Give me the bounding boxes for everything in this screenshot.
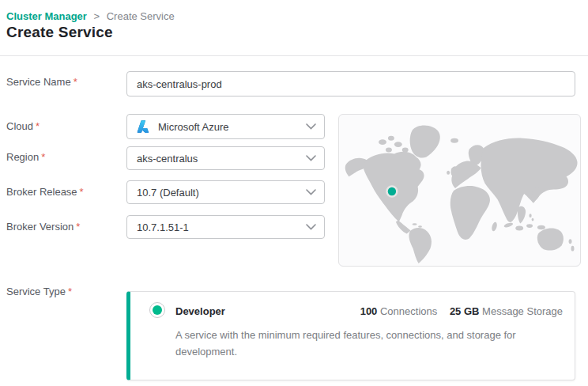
chevron-down-icon bbox=[306, 155, 316, 161]
required-asterisk: * bbox=[68, 286, 72, 297]
region-select-value: aks-centralus bbox=[137, 153, 198, 165]
service-type-name: Developer bbox=[175, 305, 225, 317]
page-title: Create Service bbox=[6, 24, 113, 41]
service-type-description: A service with the minimum required feat… bbox=[175, 327, 556, 360]
region-select[interactable]: aks-centralus bbox=[126, 146, 325, 170]
world-map bbox=[339, 115, 580, 266]
required-asterisk: * bbox=[41, 151, 45, 163]
header-divider bbox=[0, 55, 588, 56]
breadcrumb-link-cluster-manager[interactable]: Cluster Manager bbox=[6, 10, 87, 22]
required-asterisk: * bbox=[80, 186, 84, 198]
service-type-label: Service Type* bbox=[6, 286, 72, 297]
service-name-label: Service Name* bbox=[6, 76, 77, 88]
service-type-card-developer[interactable]: Developer 100 Connections 25 GB Message … bbox=[126, 291, 575, 380]
region-label: Region* bbox=[6, 151, 45, 163]
broker-version-select[interactable]: 10.7.1.51-1 bbox=[126, 215, 325, 239]
cloud-select-value: Microsoft Azure bbox=[158, 121, 229, 133]
broker-release-label-text: Broker Release bbox=[6, 186, 77, 198]
broker-release-select-value: 10.7 (Default) bbox=[137, 187, 199, 199]
region-map-panel bbox=[338, 114, 581, 267]
broker-version-label: Broker Version* bbox=[6, 221, 80, 233]
breadcrumb-current: Create Service bbox=[107, 10, 175, 22]
breadcrumb-separator: > bbox=[94, 10, 100, 22]
developer-radio[interactable] bbox=[149, 302, 165, 318]
azure-logo-icon bbox=[137, 119, 151, 134]
service-type-label-text: Service Type bbox=[6, 286, 66, 297]
cloud-label-text: Cloud bbox=[6, 120, 33, 132]
breadcrumb: Cluster Manager > Create Service bbox=[6, 10, 175, 22]
required-asterisk: * bbox=[36, 120, 40, 132]
storage-value: 25 GB bbox=[450, 305, 480, 317]
storage-label: Message Storage bbox=[482, 305, 563, 317]
region-label-text: Region bbox=[6, 151, 39, 163]
chevron-down-icon bbox=[306, 224, 316, 230]
cloud-label: Cloud* bbox=[6, 120, 40, 132]
cloud-select[interactable]: Microsoft Azure bbox=[126, 114, 325, 139]
broker-version-label-text: Broker Version bbox=[6, 221, 74, 233]
radio-dot bbox=[153, 305, 162, 315]
service-name-label-text: Service Name bbox=[6, 76, 71, 88]
broker-release-select[interactable]: 10.7 (Default) bbox=[126, 180, 325, 204]
required-asterisk: * bbox=[74, 76, 77, 88]
broker-release-label: Broker Release* bbox=[6, 186, 84, 198]
broker-version-select-value: 10.7.1.51-1 bbox=[137, 221, 189, 233]
connections-label: Connections bbox=[380, 305, 437, 317]
required-asterisk: * bbox=[76, 221, 80, 233]
create-service-page: Cluster Manager > Create Service Create … bbox=[0, 0, 588, 386]
chevron-down-icon bbox=[306, 189, 316, 195]
selected-region-marker bbox=[386, 187, 397, 197]
chevron-down-icon bbox=[306, 123, 316, 130]
service-name-input[interactable] bbox=[126, 71, 575, 96]
service-type-specs: 100 Connections 25 GB Message Storage bbox=[360, 305, 563, 317]
connections-value: 100 bbox=[360, 305, 378, 317]
